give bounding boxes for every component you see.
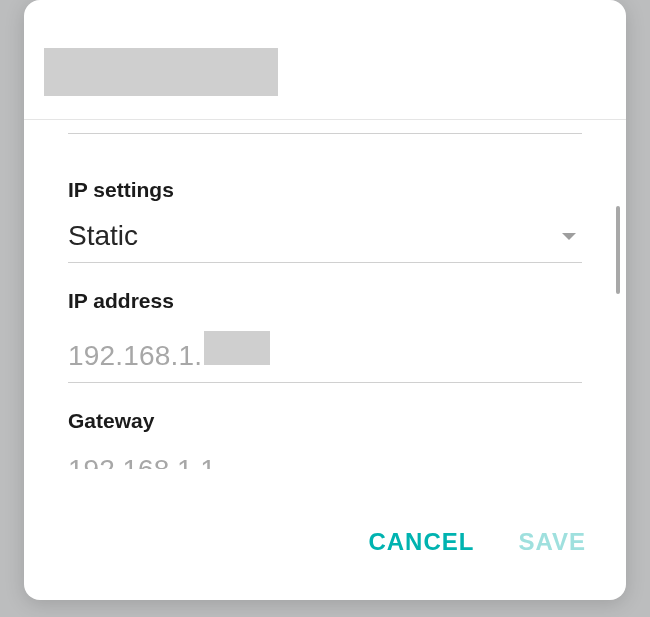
save-button[interactable]: SAVE [518, 528, 586, 556]
gateway-label: Gateway [68, 409, 582, 433]
cancel-button[interactable]: CANCEL [368, 528, 474, 556]
scrollbar[interactable] [616, 206, 620, 294]
ip-address-redacted [204, 331, 270, 365]
dialog-title-redacted [44, 48, 278, 96]
ip-address-input[interactable]: 192.168.1. [68, 331, 582, 383]
ip-settings-select[interactable]: Static [68, 220, 582, 263]
ip-settings-field: IP settings Static [68, 178, 582, 263]
gateway-value: 192.168.1.1 [68, 457, 582, 469]
ip-address-label: IP address [68, 289, 582, 313]
gateway-input-cutoff[interactable]: 192.168.1.1 [68, 457, 582, 469]
dialog-footer: CANCEL SAVE [24, 484, 626, 600]
dialog-content: None IP settings Static IP address 192.1… [24, 120, 626, 484]
dialog-header [24, 0, 626, 120]
chevron-down-icon [562, 233, 576, 240]
ip-settings-label: IP settings [68, 178, 582, 202]
previous-field-value[interactable]: None [68, 120, 582, 134]
gateway-field: Gateway 192.168.1.1 [68, 409, 582, 469]
ip-settings-value: Static [68, 220, 138, 252]
network-settings-dialog: None IP settings Static IP address 192.1… [24, 0, 626, 600]
ip-address-value-prefix: 192.168.1. [68, 340, 202, 372]
ip-address-field: IP address 192.168.1. [68, 289, 582, 383]
